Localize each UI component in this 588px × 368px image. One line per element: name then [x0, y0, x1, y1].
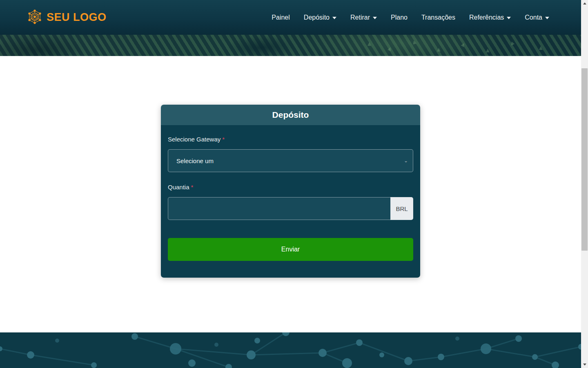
main-nav: Painel Depósito Retirar Plano Transações — [272, 14, 549, 21]
nav-label: Transações — [421, 14, 455, 21]
required-asterisk: * — [222, 136, 225, 143]
deposit-card-body: Selecione Gateway* Selecione um ⌄ Quanti… — [161, 125, 420, 278]
chevron-down-icon: ⌄ — [404, 158, 408, 163]
decor — [412, 40, 416, 45]
network-plexus-graphic — [0, 332, 581, 368]
decor — [368, 42, 371, 46]
amount-label: Quantia* — [168, 184, 413, 191]
nav-label: Plano — [391, 14, 408, 21]
decor — [461, 42, 466, 47]
spacer — [168, 220, 413, 238]
chevron-down-icon — [545, 17, 549, 19]
nav-label: Depósito — [304, 14, 330, 21]
card-title: Depósito — [272, 110, 309, 120]
brand-name: SEU LOGO — [47, 11, 107, 24]
arrow-down-icon — [583, 364, 586, 366]
deposit-card: Depósito Selecione Gateway* Selecione um… — [161, 105, 420, 278]
nav-item-transacoes[interactable]: Transações — [421, 14, 455, 21]
nav-item-referencias[interactable]: Referências — [469, 14, 511, 21]
decor — [388, 47, 392, 52]
nav-label: Painel — [272, 14, 290, 21]
arrow-up-icon — [583, 2, 586, 4]
vertical-scrollbar[interactable] — [581, 0, 588, 368]
required-asterisk: * — [191, 184, 194, 191]
decor — [510, 41, 515, 46]
chevron-down-icon — [373, 17, 377, 19]
gateway-select-value: Selecione um — [176, 157, 214, 164]
amount-label-text: Quantia — [168, 184, 189, 191]
decor — [539, 46, 543, 50]
main-content: Depósito Selecione Gateway* Selecione um… — [0, 56, 581, 332]
network-coin-icon — [26, 8, 43, 27]
currency-addon: BRL — [390, 197, 413, 220]
gateway-select[interactable]: Selecione um ⌄ — [168, 149, 413, 172]
scroll-down-button[interactable] — [581, 361, 588, 368]
nav-item-deposito[interactable]: Depósito — [304, 14, 336, 21]
browser-viewport: SEU LOGO Painel Depósito Retirar Plano — [0, 0, 588, 368]
decor — [486, 49, 490, 52]
amount-input[interactable] — [168, 197, 390, 220]
hero-banner-image — [0, 35, 581, 56]
nav-label: Referências — [469, 14, 504, 21]
scroll-up-button[interactable] — [581, 0, 588, 7]
top-navbar: SEU LOGO Painel Depósito Retirar Plano — [0, 0, 581, 35]
nav-label: Conta — [525, 14, 542, 21]
gateway-label-text: Selecione Gateway — [168, 136, 220, 143]
nav-item-retirar[interactable]: Retirar — [350, 14, 377, 21]
decor — [437, 48, 441, 52]
submit-button[interactable]: Enviar — [168, 238, 413, 261]
page: SEU LOGO Painel Depósito Retirar Plano — [0, 0, 581, 368]
spacer — [168, 172, 413, 184]
brand-logo[interactable]: SEU LOGO — [26, 8, 107, 27]
amount-input-group: BRL — [168, 197, 413, 220]
chevron-down-icon — [332, 17, 336, 19]
chevron-down-icon — [507, 17, 511, 19]
footer-banner-image — [0, 332, 581, 368]
nav-item-conta[interactable]: Conta — [525, 14, 549, 21]
deposit-card-header: Depósito — [161, 105, 420, 125]
nav-item-painel[interactable]: Painel — [272, 14, 290, 21]
gateway-label: Selecione Gateway* — [168, 136, 413, 143]
scrollbar-thumb[interactable] — [581, 68, 588, 251]
nav-label: Retirar — [350, 14, 370, 21]
nav-item-plano[interactable]: Plano — [391, 14, 408, 21]
